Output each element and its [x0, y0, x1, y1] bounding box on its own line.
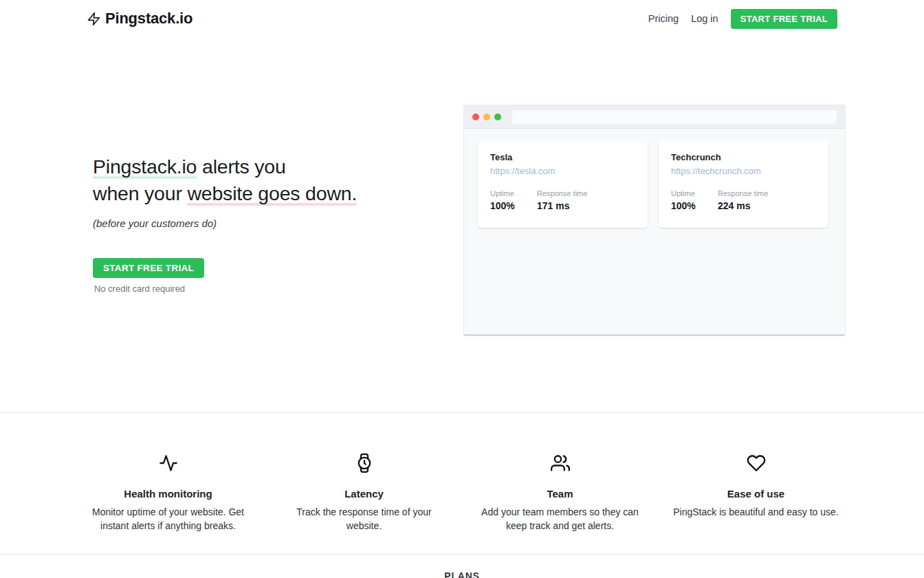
hero-heading-text-2: when your [93, 182, 187, 204]
hero-heading-text-1: alerts you [197, 156, 285, 178]
hero-start-free-trial-button[interactable]: START FREE TRIAL [93, 258, 204, 278]
nav-link-pricing[interactable]: Pricing [648, 13, 679, 24]
feature-ease-of-use: Ease of use PingStack is beautiful and e… [658, 453, 854, 533]
heart-icon [673, 453, 839, 475]
response-time-label: Response time [537, 189, 587, 197]
nav-start-free-trial-button[interactable]: START FREE TRIAL [731, 9, 837, 29]
response-time-stat: Response time 171 ms [537, 189, 587, 211]
landing-page: Pingstack.io Pricing Log in START FREE T… [0, 0, 924, 578]
uptime-stat: Uptime 100% [671, 189, 718, 211]
response-time-value: 171 ms [537, 200, 587, 211]
hero-heading: Pingstack.io alerts youwhen your website… [93, 153, 423, 206]
feature-description: Add your team members so they can keep t… [477, 506, 643, 533]
monitor-card-tesla: Tesla https://tesla.com Uptime 100% Resp… [478, 140, 648, 228]
no-credit-card-note: No credit card required [93, 283, 186, 294]
feature-title: Team [477, 488, 643, 500]
hero-section: Pingstack.io alerts youwhen your website… [93, 153, 423, 294]
monitor-stats: Uptime 100% Response time 224 ms [671, 189, 816, 211]
users-icon [477, 453, 643, 475]
response-time-value: 224 ms [718, 200, 768, 211]
monitor-url: https://tesla.com [490, 166, 635, 176]
uptime-label: Uptime [490, 189, 537, 197]
window-close-dot [472, 114, 479, 120]
dashboard-preview: Tesla https://tesla.com Uptime 100% Resp… [464, 129, 845, 228]
nav-link-login[interactable]: Log in [691, 13, 718, 24]
response-time-stat: Response time 224 ms [718, 189, 768, 211]
feature-description: Track the response time of your website. [281, 506, 447, 533]
uptime-value: 100% [490, 200, 537, 211]
hero-subtitle: (before your customers do) [93, 217, 423, 229]
feature-title: Health monitoring [85, 488, 251, 500]
section-divider-top [0, 412, 924, 413]
browser-url-bar [512, 110, 837, 124]
uptime-stat: Uptime 100% [490, 189, 537, 211]
monitor-name: Techcrunch [671, 152, 816, 162]
monitor-name: Tesla [490, 152, 635, 162]
main-nav: Pricing Log in START FREE TRIAL [648, 9, 837, 29]
hero-highlight-downtime: website goes down. [187, 182, 357, 206]
zap-icon [87, 12, 101, 26]
section-divider-bottom [0, 554, 924, 555]
brand-name: Pingstack.io [105, 10, 192, 28]
feature-description: Monitor uptime of your website. Get inst… [85, 506, 251, 533]
hero-highlight-brand: Pingstack.io [93, 156, 197, 179]
response-time-label: Response time [718, 189, 768, 197]
activity-icon [85, 453, 251, 475]
uptime-label: Uptime [671, 189, 718, 197]
browser-chrome-bar [464, 105, 845, 129]
feature-health-monitoring: Health monitoring Monitor uptime of your… [70, 453, 266, 533]
feature-latency: Latency Track the response time of your … [266, 453, 462, 533]
feature-team: Team Add your team members so they can k… [462, 453, 658, 533]
feature-title: Ease of use [673, 488, 839, 500]
browser-mockup: Tesla https://tesla.com Uptime 100% Resp… [463, 105, 846, 336]
features-section: Health monitoring Monitor uptime of your… [70, 453, 854, 533]
window-minimize-dot [483, 114, 490, 120]
feature-description: PingStack is beautiful and easy to use. [673, 506, 839, 520]
uptime-value: 100% [671, 200, 718, 211]
monitor-stats: Uptime 100% Response time 171 ms [490, 189, 635, 211]
plans-section-label: PLANS [0, 570, 924, 578]
monitor-url: https://techcrunch.com [671, 166, 816, 176]
window-maximize-dot [494, 114, 501, 120]
header: Pingstack.io Pricing Log in START FREE T… [0, 0, 924, 37]
brand-logo[interactable]: Pingstack.io [87, 10, 192, 28]
feature-title: Latency [281, 488, 447, 500]
watch-icon [281, 453, 447, 475]
monitor-card-techcrunch: Techcrunch https://techcrunch.com Uptime… [659, 140, 828, 228]
